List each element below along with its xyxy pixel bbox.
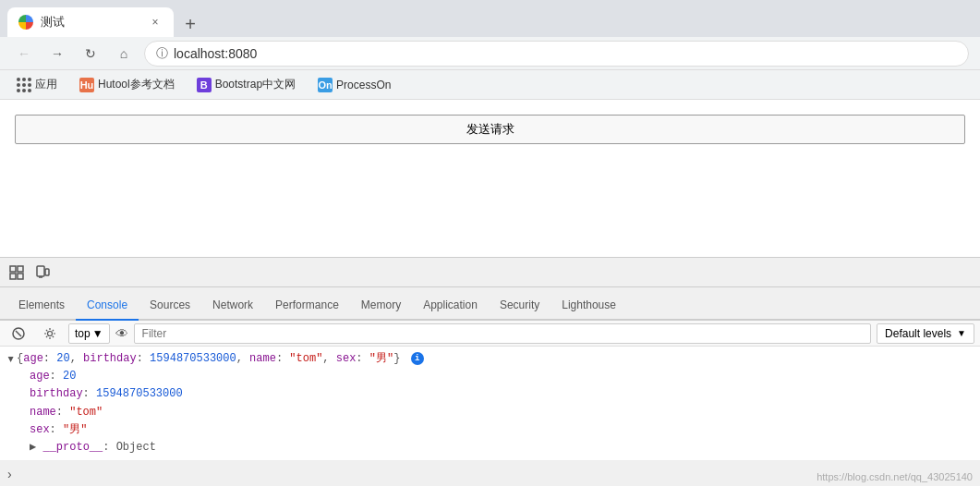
active-tab[interactable]: 测试 × [7,7,174,37]
eye-icon[interactable]: 👁 [115,326,128,341]
svg-rect-5 [45,269,49,275]
tab-elements[interactable]: Elements [7,291,76,321]
svg-rect-1 [18,266,23,272]
processon-bookmark[interactable]: On ProcessOn [312,76,396,94]
tab-network[interactable]: Network [201,291,264,321]
processon-label: ProcessOn [336,79,391,91]
bootstrap-bookmark[interactable]: B Bootstrap中文网 [191,75,301,94]
prop-birthday: birthday: 1594870533000 [7,385,973,403]
send-request-button[interactable]: 发送请求 [15,115,965,144]
processon-icon: On [318,78,333,92]
bootstrap-label: Bootstrap中文网 [215,77,296,92]
log-levels-label: Default levels [885,327,951,340]
hutool-bookmark[interactable]: Hu Hutool参考文档 [74,75,180,94]
apps-icon [17,78,31,92]
console-object-line: ▶ {age: 20, birthday: 1594870533000, nam… [7,350,973,368]
tab-title: 测试 [41,14,140,30]
devtools-tabs: Elements Console Sources Network Perform… [0,287,980,321]
context-dropdown-icon: ▼ [92,327,103,340]
page-content: 发送请求 [0,100,980,257]
context-selector[interactable]: top ▼ [68,323,110,344]
inspect-element-button[interactable] [4,260,30,286]
tab-memory[interactable]: Memory [350,291,412,321]
back-button[interactable]: ← [11,41,37,67]
forward-button[interactable]: → [44,41,70,67]
apps-label: 应用 [35,77,57,92]
tab-lighthouse[interactable]: Lighthouse [550,291,627,321]
prop-sex: sex: "男" [7,421,973,439]
prop-proto[interactable]: ▶ __proto__: Object [7,439,973,456]
new-tab-button[interactable]: + [177,11,203,37]
tab-application[interactable]: Application [412,291,489,321]
watermark: https://blog.csdn.net/qq_43025140 [817,471,973,482]
filter-input[interactable] [134,323,871,344]
apps-bookmark[interactable]: 应用 [11,75,63,94]
console-settings-button[interactable] [37,321,63,347]
url-bar[interactable]: ⓘ localhost:8080 [144,41,969,67]
svg-line-8 [16,331,21,336]
info-icon: i [411,352,424,365]
log-levels-arrow: ▼ [957,328,966,338]
context-label: top [75,327,91,340]
tab-console[interactable]: Console [76,291,139,321]
devtools-panel: Elements Console Sources Network Perform… [0,257,980,486]
clear-console-button[interactable] [6,321,31,347]
browser-chrome: 测试 × + [0,0,980,37]
svg-rect-3 [18,274,23,279]
address-bar: ← → ↻ ⌂ ⓘ localhost:8080 [0,37,980,70]
prop-name: name: "tom" [7,404,973,421]
tab-favicon [18,15,33,30]
svg-rect-0 [10,266,16,272]
secure-icon: ⓘ [156,45,168,62]
hutool-label: Hutool参考文档 [98,77,175,92]
tab-performance[interactable]: Performance [264,291,350,321]
refresh-button[interactable]: ↻ [78,41,103,67]
tab-bar: 测试 × + [7,0,203,37]
svg-point-9 [48,331,53,335]
console-output: ▶ {age: 20, birthday: 1594870533000, nam… [0,347,980,460]
url-text: localhost:8080 [174,46,257,61]
log-levels-selector[interactable]: Default levels ▼ [877,323,974,344]
svg-rect-4 [37,266,44,276]
device-toolbar-button[interactable] [30,260,55,286]
bookmarks-bar: 应用 Hu Hutool参考文档 B Bootstrap中文网 On Proce… [0,70,980,100]
hutool-icon: Hu [79,78,94,92]
prop-age: age: 20 [7,368,973,385]
bootstrap-icon: B [197,78,212,92]
home-button[interactable]: ⌂ [111,41,137,67]
devtools-icons-toolbar [0,258,980,287]
expand-triangle[interactable]: ▶ [3,357,18,362]
console-filter-bar: top ▼ 👁 Default levels ▼ [0,321,980,347]
tab-close-button[interactable]: × [148,15,163,30]
tab-security[interactable]: Security [489,291,550,321]
tab-sources[interactable]: Sources [139,291,201,321]
console-prompt-icon: › [7,467,12,481]
svg-rect-2 [10,274,16,279]
